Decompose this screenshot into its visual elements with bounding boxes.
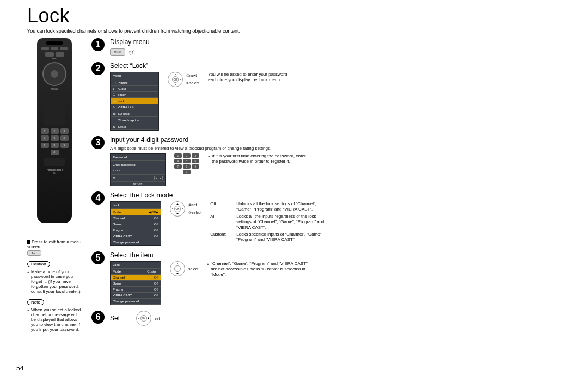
osd-item-lock[interactable]: 🔒Lock <box>111 98 158 104</box>
osd-row-mode[interactable]: Mode◀Off▶ <box>111 209 161 215</box>
step-3-intro: A 4-digit code must be entered to view a… <box>110 146 561 151</box>
step-4-descriptions: Off:Unlocks all the lock settings of “Ch… <box>210 201 324 244</box>
step-4-title: Select the Lock mode <box>110 192 561 199</box>
dpad-caption: ②set ①select <box>188 203 201 215</box>
step-number-5: 5 <box>91 251 105 264</box>
dpad-caption: select <box>188 267 198 271</box>
remote-dpad[interactable]: OK <box>42 62 66 86</box>
page-title: Lock <box>27 4 561 27</box>
dpad-ok-icon: OK <box>168 72 183 87</box>
step-1-title: Display menu <box>110 38 561 46</box>
remote-brand-sub: TV <box>39 171 70 175</box>
step-5-title: Select the item <box>110 251 561 259</box>
step-1: 1 Display menu MENU ☞ <box>91 38 561 57</box>
step-6: 6 Set OK set <box>91 311 561 326</box>
dpad-icon <box>170 261 185 276</box>
step-3-title: Input your 4-digit password <box>110 136 561 144</box>
step-3-note: If it is your first time entering the pa… <box>208 153 311 164</box>
step-3: 3 Input your 4-digit password A 4-digit … <box>91 136 561 186</box>
remote-ok-label: OK <box>53 73 56 76</box>
password-keypad[interactable]: 123 456 789 0 <box>174 153 199 174</box>
step-number-3: 3 <box>91 136 105 149</box>
osd-password: Password Enter password. - - - - ⟲0 - 9 … <box>110 153 166 186</box>
osd-row-channel[interactable]: ChannelOff <box>111 275 161 281</box>
step-number-6: 6 <box>91 311 105 324</box>
step-5-note: “Channel”, “Game”, “Program” and “VIERA … <box>207 261 310 277</box>
remote-control: MENU OK RETURN 123 456 789 0 Panasonic T… <box>37 38 72 223</box>
osd-main-menu: Menu ▢Picture ♪Audio ⏱Timer 🔒Lock ⎋VIERA… <box>110 72 159 131</box>
dpad-caption: set <box>155 317 160 320</box>
dpad-caption: ②next ①select <box>186 73 199 85</box>
osd-lock-item: Lock ModeCustom ChannelOff GameOff Progr… <box>110 261 161 305</box>
step-2-title: Select “Lock” <box>110 62 561 70</box>
page-subtitle: You can lock specified channels or shows… <box>27 28 561 34</box>
menu-button[interactable]: MENU <box>110 48 125 56</box>
remote-return-label: RETURN <box>39 88 70 90</box>
step-number-1: 1 <box>91 38 105 51</box>
remote-exit-button[interactable]: EXIT <box>27 250 41 256</box>
dpad-ok-icon: OK <box>170 201 185 217</box>
step-6-title: Set <box>110 314 120 322</box>
caution-box: Caution Make a note of your password in … <box>27 261 82 294</box>
exit-instruction: Press to exit from a menu screen EXIT <box>27 239 82 256</box>
step-2-note: You will be asked to enter your password… <box>208 72 295 83</box>
remote-keypad[interactable]: 123 456 789 0 <box>39 128 70 155</box>
remote-menu-label: MENU <box>39 58 70 60</box>
note-box: Note When you select a locked channel, a… <box>27 299 82 332</box>
step-2: 2 Select “Lock” Menu ▢Picture ♪Audio ⏱Ti… <box>91 62 561 131</box>
page-number: 54 <box>16 365 23 372</box>
step-4: 4 Select the Lock mode Lock Mode◀Off▶ Ch… <box>91 192 561 246</box>
dpad-ok-icon: OK <box>136 311 151 326</box>
step-5: 5 Select the item Lock ModeCustom Channe… <box>91 251 561 305</box>
osd-lock-mode: Lock Mode◀Off▶ ChannelOff GameOff Progra… <box>110 201 161 246</box>
hand-icon: ☞ <box>127 47 137 57</box>
step-number-4: 4 <box>91 192 105 205</box>
step-number-2: 2 <box>91 62 105 75</box>
